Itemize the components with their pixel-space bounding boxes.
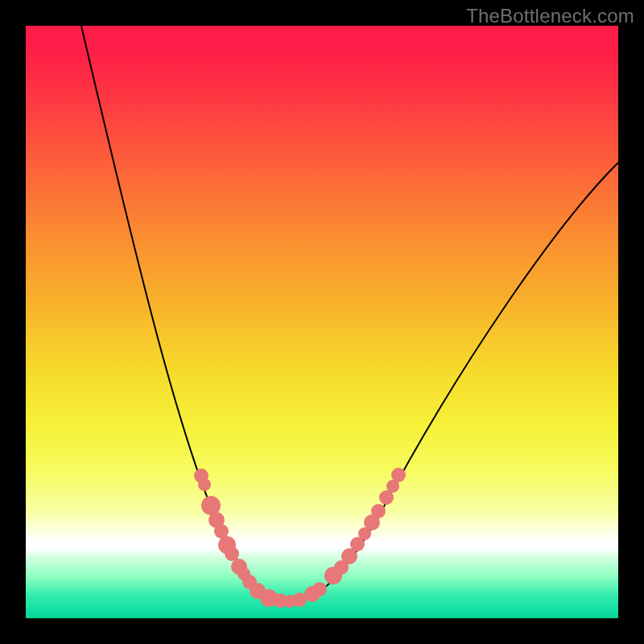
watermark-text: TheBottleneck.com bbox=[466, 5, 634, 27]
chart-frame: TheBottleneck.com bbox=[0, 0, 644, 644]
marker-group bbox=[194, 468, 406, 608]
marker-dot bbox=[312, 582, 327, 597]
marker-dot bbox=[371, 504, 386, 518]
curve-svg bbox=[26, 26, 618, 618]
bottleneck-curve bbox=[81, 26, 618, 601]
plot-area bbox=[26, 26, 618, 618]
marker-dot bbox=[225, 547, 239, 561]
marker-dot bbox=[198, 478, 211, 491]
marker-dot bbox=[391, 468, 406, 482]
